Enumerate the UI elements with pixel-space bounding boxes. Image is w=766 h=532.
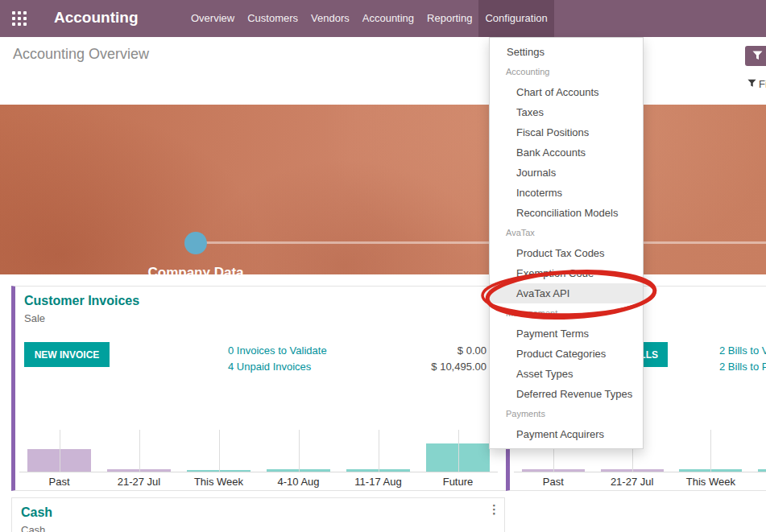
chart-x-label-this-week: This Week <box>672 472 751 490</box>
chart-x-label-past: Past <box>514 472 593 490</box>
config-menu-product-categories[interactable]: Product Categories <box>490 344 643 364</box>
nav-item-accounting[interactable]: Accounting <box>356 0 420 37</box>
control-panel: Accounting Overview Fi <box>0 37 766 105</box>
filter-funnel-icon <box>752 49 763 64</box>
customer-invoices-chart <box>19 430 498 472</box>
nav-item-customers[interactable]: Customers <box>241 0 304 37</box>
chart-slot <box>259 430 338 472</box>
filter-funnel-icon <box>747 78 756 90</box>
apps-menu-icon[interactable] <box>12 11 27 26</box>
chart-x-label-future: Future <box>418 472 498 490</box>
bills-to-validate-link[interactable]: 2 Bills to V <box>719 343 766 359</box>
vendor-bills-chart-labels: Past21-27 JulThis Week4-10 Aug <box>514 472 766 490</box>
config-menu-avatax-api[interactable]: AvaTax API <box>490 283 643 303</box>
chart-gridline <box>710 430 711 472</box>
config-menu-payment-acquirers[interactable]: Payment Acquirers <box>490 424 643 444</box>
nav-item-reporting[interactable]: Reporting <box>420 0 478 37</box>
invoices-to-validate-amount: $ 0.00 <box>431 343 487 359</box>
app-brand-title[interactable]: Accounting <box>54 9 139 27</box>
chart-x-label-this-week: This Week <box>179 472 259 490</box>
filter-button[interactable] <box>745 46 766 66</box>
chart-gridline <box>299 430 300 472</box>
config-menu-journals[interactable]: Journals <box>490 163 643 183</box>
config-section-avatax: AvaTax <box>490 223 643 243</box>
nav-item-overview[interactable]: Overview <box>184 0 241 37</box>
chart-slot <box>338 430 418 472</box>
config-menu-exemption-code[interactable]: Exemption Code <box>490 263 643 283</box>
config-section-payments: Payments <box>490 404 643 424</box>
config-menu-incoterms[interactable]: Incoterms <box>490 183 643 203</box>
config-menu-asset-types[interactable]: Asset Types <box>490 364 643 384</box>
chart-x-label-21-27-jul: 21-27 Jul <box>99 472 179 490</box>
config-menu-fiscal-positions[interactable]: Fiscal Positions <box>490 122 643 142</box>
chart-slot <box>179 430 259 472</box>
chart-gridline <box>379 430 379 472</box>
filters-toggle[interactable]: Fi <box>747 78 766 90</box>
customer-invoices-amounts: $ 0.00 $ 10,495.00 <box>431 343 487 375</box>
unpaid-invoices-amount: $ 10,495.00 <box>431 359 487 375</box>
chart-bar-4-10-aug[interactable] <box>758 469 766 472</box>
onboarding-banner: Company Data Setup your company's data f… <box>0 105 766 274</box>
chart-gridline <box>219 430 220 472</box>
bills-to-pay-link[interactable]: 2 Bills to P <box>719 359 766 375</box>
config-dropdown: SettingsAccountingChart of AccountsTaxes… <box>489 37 644 449</box>
config-menu-deferred-revenue-types[interactable]: Deferred Revenue Types <box>490 384 643 404</box>
cash-card-title[interactable]: Cash <box>21 505 52 520</box>
config-menu-product-tax-codes[interactable]: Product Tax Codes <box>490 243 643 263</box>
config-section-management: Management <box>490 303 643 324</box>
customer-invoices-subtitle: Sale <box>24 312 45 324</box>
onboarding-step-title: Company Data <box>75 265 317 274</box>
config-section-accounting: Accounting <box>490 62 643 82</box>
chart-slot <box>750 430 766 472</box>
chart-slot <box>418 430 498 472</box>
chart-x-label-21-27-jul: 21-27 Jul <box>593 472 672 490</box>
chart-x-label-4-10-aug: 4-10 Aug <box>259 472 338 490</box>
chart-slot <box>99 430 179 472</box>
chart-x-label-11-17-aug: 11-17 Aug <box>338 472 418 490</box>
chart-x-label-past: Past <box>19 472 99 490</box>
nav-item-vendors[interactable]: Vendors <box>304 0 356 37</box>
accounting-dashboard: Accounting OverviewCustomersVendorsAccou… <box>0 0 766 532</box>
config-menu-payment-terms[interactable]: Payment Terms <box>490 324 643 344</box>
filters-toggle-label: Fi <box>759 78 766 90</box>
config-menu-bank-accounts[interactable]: Bank Accounts <box>490 142 643 163</box>
unpaid-invoices-link[interactable]: 4 Unpaid Invoices <box>228 359 327 375</box>
invoices-to-validate-link[interactable]: 0 Invoices to Validate <box>228 343 327 359</box>
nav-item-configuration[interactable]: Configuration <box>478 0 553 37</box>
chart-slot <box>19 430 99 472</box>
customer-invoices-links: 0 Invoices to Validate 4 Unpaid Invoices <box>228 343 327 375</box>
chart-x-label-4-10-aug: 4-10 Aug <box>750 472 766 490</box>
config-menu-settings[interactable]: Settings <box>490 42 643 62</box>
config-menu-taxes[interactable]: Taxes <box>490 102 643 122</box>
onboarding-progress-line <box>196 241 766 244</box>
cash-card-subtitle: Cash <box>21 524 45 532</box>
top-nav: OverviewCustomersVendorsAccountingReport… <box>184 0 554 37</box>
chart-gridline <box>139 430 140 472</box>
chart-gridline <box>458 430 459 472</box>
config-menu-chart-of-accounts[interactable]: Chart of Accounts <box>490 82 643 102</box>
onboarding-step-dot[interactable] <box>184 232 207 254</box>
customer-invoices-card: Customer Invoices Sale NEW INVOICE 0 Inv… <box>11 286 508 491</box>
breadcrumb: Accounting Overview <box>13 46 149 63</box>
customer-invoices-title[interactable]: Customer Invoices <box>24 294 139 308</box>
vendor-bills-links: 2 Bills to V 2 Bills to P <box>719 343 766 375</box>
kebab-menu-icon[interactable]: ⋮ <box>488 503 500 516</box>
customer-invoices-chart-labels: Past21-27 JulThis Week4-10 Aug11-17 AugF… <box>19 472 498 490</box>
cash-card: Cash Cash ⋮ <box>11 497 505 532</box>
new-invoice-button[interactable]: NEW INVOICE <box>24 342 110 367</box>
config-menu-reconciliation-models[interactable]: Reconciliation Models <box>490 203 643 223</box>
top-navbar: Accounting OverviewCustomersVendorsAccou… <box>0 0 766 37</box>
chart-slot <box>672 430 751 472</box>
chart-gridline <box>60 430 60 472</box>
